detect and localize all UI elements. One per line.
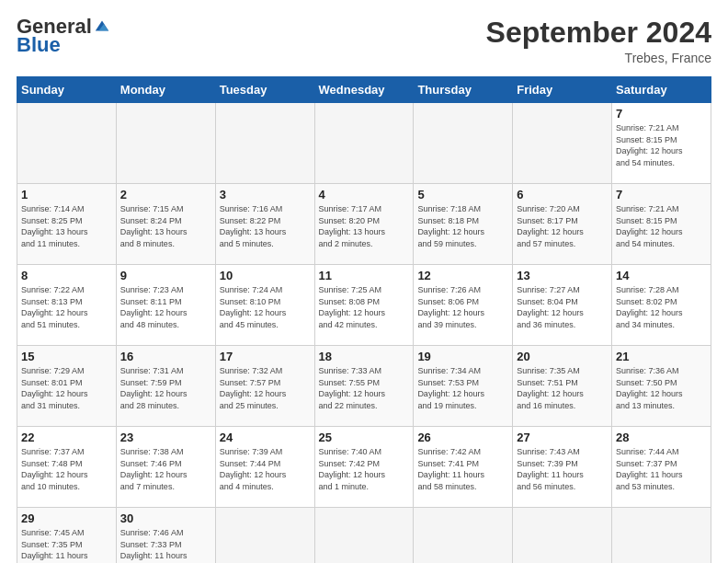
day-detail-14: Sunrise: 7:28 AMSunset: 8:02 PMDaylight:… <box>616 285 683 329</box>
day-detail-17: Sunrise: 7:32 AMSunset: 7:57 PMDaylight:… <box>220 366 287 410</box>
header-row: Sunday Monday Tuesday Wednesday Thursday… <box>17 77 711 103</box>
week-row-1: 7 Sunrise: 7:21 AMSunset: 8:15 PMDayligh… <box>17 103 711 184</box>
day-num-25: 25 <box>319 431 410 444</box>
col-saturday: Saturday <box>612 77 711 103</box>
day-19: 19 Sunrise: 7:34 AMSunset: 7:53 PMDaylig… <box>414 346 513 427</box>
day-num-10: 10 <box>220 269 311 282</box>
day-num-1: 1 <box>21 188 112 201</box>
day-num-3: 3 <box>220 188 311 201</box>
day-8: 8 Sunrise: 7:22 AMSunset: 8:13 PMDayligh… <box>17 265 117 346</box>
day-detail-2: Sunrise: 7:15 AMSunset: 8:24 PMDaylight:… <box>120 204 188 248</box>
day-detail-27: Sunrise: 7:43 AMSunset: 7:39 PMDaylight:… <box>517 447 584 491</box>
day-detail-7b: Sunrise: 7:21 AMSunset: 8:15 PMDaylight:… <box>616 204 683 248</box>
logo-blue-text: Blue <box>17 33 61 57</box>
day-14: 14 Sunrise: 7:28 AMSunset: 8:02 PMDaylig… <box>612 265 711 346</box>
day-detail-29: Sunrise: 7:45 AMSunset: 7:35 PMDaylight:… <box>21 528 88 563</box>
day-detail-25: Sunrise: 7:40 AMSunset: 7:42 PMDaylight:… <box>319 447 386 491</box>
day-detail-21: Sunrise: 7:36 AMSunset: 7:50 PMDaylight:… <box>616 366 683 410</box>
day-25: 25 Sunrise: 7:40 AMSunset: 7:42 PMDaylig… <box>314 427 414 508</box>
day-num-12: 12 <box>417 269 508 282</box>
day-detail-12: Sunrise: 7:26 AMSunset: 8:06 PMDaylight:… <box>417 285 484 329</box>
month-title: September 2024 <box>486 17 711 49</box>
empty-cell <box>314 508 414 563</box>
logo-icon <box>94 17 110 34</box>
location: Trebes, France <box>486 51 711 65</box>
day-detail-20: Sunrise: 7:35 AMSunset: 7:51 PMDaylight:… <box>517 366 584 410</box>
day-20: 20 Sunrise: 7:35 AMSunset: 7:51 PMDaylig… <box>513 346 612 427</box>
day-22: 22 Sunrise: 7:37 AMSunset: 7:48 PMDaylig… <box>17 427 117 508</box>
empty-cell <box>612 508 711 563</box>
day-num-16: 16 <box>120 350 211 363</box>
day-10: 10 Sunrise: 7:24 AMSunset: 8:10 PMDaylig… <box>215 265 314 346</box>
day-detail-18: Sunrise: 7:33 AMSunset: 7:55 PMDaylight:… <box>319 366 386 410</box>
title-block: September 2024 Trebes, France <box>486 17 711 65</box>
day-detail-16: Sunrise: 7:31 AMSunset: 7:59 PMDaylight:… <box>120 366 188 410</box>
week-row-6: 29 Sunrise: 7:45 AMSunset: 7:35 PMDaylig… <box>17 508 711 563</box>
empty-cell <box>414 508 513 563</box>
empty-cell <box>215 103 314 184</box>
day-24: 24 Sunrise: 7:39 AMSunset: 7:44 PMDaylig… <box>215 427 314 508</box>
day-17: 17 Sunrise: 7:32 AMSunset: 7:57 PMDaylig… <box>215 346 314 427</box>
day-num-11: 11 <box>319 269 410 282</box>
empty-cell <box>414 103 513 184</box>
day-detail-1: Sunrise: 7:14 AMSunset: 8:25 PMDaylight:… <box>21 204 88 248</box>
empty-cell <box>513 508 612 563</box>
day-detail-8: Sunrise: 7:22 AMSunset: 8:13 PMDaylight:… <box>21 285 88 329</box>
day-detail-11: Sunrise: 7:25 AMSunset: 8:08 PMDaylight:… <box>319 285 386 329</box>
day-detail-19: Sunrise: 7:34 AMSunset: 7:53 PMDaylight:… <box>417 366 484 410</box>
day-detail-13: Sunrise: 7:27 AMSunset: 8:04 PMDaylight:… <box>517 285 584 329</box>
day-6: 6 Sunrise: 7:20 AMSunset: 8:17 PMDayligh… <box>513 184 612 265</box>
page: General Blue September 2024 Trebes, Fran… <box>0 0 728 563</box>
day-detail-22: Sunrise: 7:37 AMSunset: 7:48 PMDaylight:… <box>21 447 88 491</box>
col-sunday: Sunday <box>17 77 117 103</box>
day-detail-7: Sunrise: 7:21 AMSunset: 8:15 PMDaylight:… <box>616 123 683 167</box>
day-detail-4: Sunrise: 7:17 AMSunset: 8:20 PMDaylight:… <box>319 204 386 248</box>
day-num-13: 13 <box>517 269 608 282</box>
day-detail-9: Sunrise: 7:23 AMSunset: 8:11 PMDaylight:… <box>120 285 188 329</box>
header: General Blue September 2024 Trebes, Fran… <box>17 17 711 65</box>
day-num-8: 8 <box>21 269 112 282</box>
day-num-24: 24 <box>220 431 311 444</box>
day-1: 1 Sunrise: 7:14 AMSunset: 8:25 PMDayligh… <box>17 184 117 265</box>
day-num-19: 19 <box>417 350 508 363</box>
col-friday: Friday <box>513 77 612 103</box>
day-num-20: 20 <box>517 350 608 363</box>
col-thursday: Thursday <box>414 77 513 103</box>
day-27: 27 Sunrise: 7:43 AMSunset: 7:39 PMDaylig… <box>513 427 612 508</box>
day-15: 15 Sunrise: 7:29 AMSunset: 8:01 PMDaylig… <box>17 346 117 427</box>
empty-cell <box>513 103 612 184</box>
day-5: 5 Sunrise: 7:18 AMSunset: 8:18 PMDayligh… <box>414 184 513 265</box>
week-row-2: 1 Sunrise: 7:14 AMSunset: 8:25 PMDayligh… <box>17 184 711 265</box>
day-18: 18 Sunrise: 7:33 AMSunset: 7:55 PMDaylig… <box>314 346 414 427</box>
week-row-4: 15 Sunrise: 7:29 AMSunset: 8:01 PMDaylig… <box>17 346 711 427</box>
logo: General Blue <box>17 17 110 57</box>
day-num-4: 4 <box>319 188 410 201</box>
day-12: 12 Sunrise: 7:26 AMSunset: 8:06 PMDaylig… <box>414 265 513 346</box>
day-num-22: 22 <box>21 431 112 444</box>
day-4: 4 Sunrise: 7:17 AMSunset: 8:20 PMDayligh… <box>314 184 414 265</box>
day-num-7b: 7 <box>616 188 707 201</box>
day-num-17: 17 <box>220 350 311 363</box>
col-tuesday: Tuesday <box>215 77 314 103</box>
day-30: 30 Sunrise: 7:46 AMSunset: 7:33 PMDaylig… <box>116 508 215 563</box>
calendar-table: Sunday Monday Tuesday Wednesday Thursday… <box>17 76 711 563</box>
day-detail-6: Sunrise: 7:20 AMSunset: 8:17 PMDaylight:… <box>517 204 584 248</box>
day-29: 29 Sunrise: 7:45 AMSunset: 7:35 PMDaylig… <box>17 508 117 563</box>
day-num-21: 21 <box>616 350 707 363</box>
day-7: 7 Sunrise: 7:21 AMSunset: 8:15 PMDayligh… <box>612 103 711 184</box>
day-detail-5: Sunrise: 7:18 AMSunset: 8:18 PMDaylight:… <box>417 204 484 248</box>
day-num-23: 23 <box>120 431 211 444</box>
day-num-7: 7 <box>616 107 707 121</box>
day-num-28: 28 <box>616 431 707 444</box>
empty-cell <box>116 103 215 184</box>
empty-cell <box>314 103 414 184</box>
day-23: 23 Sunrise: 7:38 AMSunset: 7:46 PMDaylig… <box>116 427 215 508</box>
day-num-26: 26 <box>417 431 508 444</box>
day-num-29: 29 <box>21 511 112 525</box>
day-9: 9 Sunrise: 7:23 AMSunset: 8:11 PMDayligh… <box>116 265 215 346</box>
day-detail-15: Sunrise: 7:29 AMSunset: 8:01 PMDaylight:… <box>21 366 88 410</box>
week-row-5: 22 Sunrise: 7:37 AMSunset: 7:48 PMDaylig… <box>17 427 711 508</box>
day-num-14: 14 <box>616 269 707 282</box>
day-num-2: 2 <box>120 188 211 201</box>
day-num-5: 5 <box>417 188 508 201</box>
